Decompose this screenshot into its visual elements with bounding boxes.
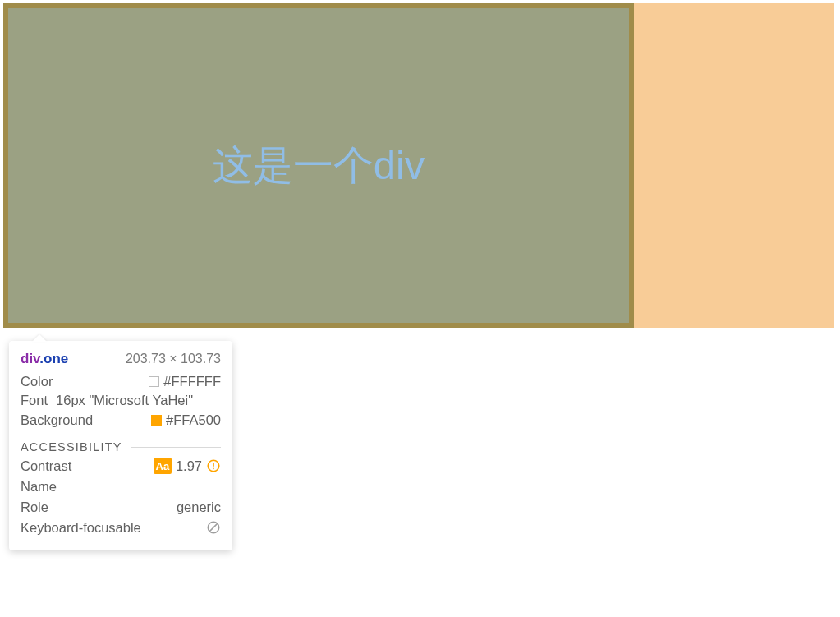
row-font: Font 16px "Microsoft YaHei": [21, 393, 221, 408]
row-role: Role generic: [21, 498, 221, 516]
color-swatch-icon: [149, 376, 159, 387]
accessibility-section-title: ACCESSIBILITY: [21, 440, 221, 454]
inspected-div-text: 这是一个div: [213, 139, 425, 193]
selector-classname: .one: [39, 351, 68, 366]
label-name: Name: [21, 479, 57, 495]
label-background: Background: [21, 412, 93, 428]
inspected-div[interactable]: 这是一个div: [3, 3, 634, 328]
color-hex: #FFFFFF: [163, 374, 221, 389]
element-dimensions: 203.73 × 103.73: [126, 352, 221, 366]
value-background: #FFA500: [151, 412, 221, 428]
value-role: generic: [177, 500, 221, 515]
value-color: #FFFFFF: [149, 374, 221, 389]
warning-icon: [206, 458, 221, 473]
label-contrast: Contrast: [21, 458, 71, 474]
row-background: Background #FFA500: [21, 411, 221, 429]
devtools-inspect-tooltip: div.one 203.73 × 103.73 Color #FFFFFF Fo…: [9, 341, 232, 550]
row-color: Color #FFFFFF: [21, 372, 221, 390]
svg-point-2: [213, 468, 214, 470]
row-contrast: Contrast Aa 1.97: [21, 457, 221, 475]
selector-tagname: div: [21, 351, 39, 366]
contrast-aa-badge: Aa: [154, 458, 172, 474]
label-font: Font: [21, 393, 48, 408]
tooltip-header: div.one 203.73 × 103.73: [21, 351, 221, 367]
not-allowed-icon: [206, 520, 221, 535]
label-role: Role: [21, 500, 48, 515]
label-color: Color: [21, 374, 53, 389]
element-selector: div.one: [21, 351, 68, 367]
value-contrast: Aa 1.97: [154, 458, 221, 474]
row-name: Name: [21, 477, 221, 495]
adjacent-div: [634, 3, 834, 328]
value-keyboard: [206, 520, 221, 535]
label-keyboard: Keyboard-focusable: [21, 520, 141, 536]
svg-line-4: [209, 523, 218, 532]
element-row: 这是一个div: [0, 0, 840, 328]
background-hex: #FFA500: [166, 412, 221, 428]
row-keyboard-focusable: Keyboard-focusable: [21, 518, 221, 536]
background-swatch-icon: [151, 415, 162, 426]
contrast-ratio: 1.97: [176, 458, 202, 474]
value-font: 16px "Microsoft YaHei": [56, 393, 193, 408]
